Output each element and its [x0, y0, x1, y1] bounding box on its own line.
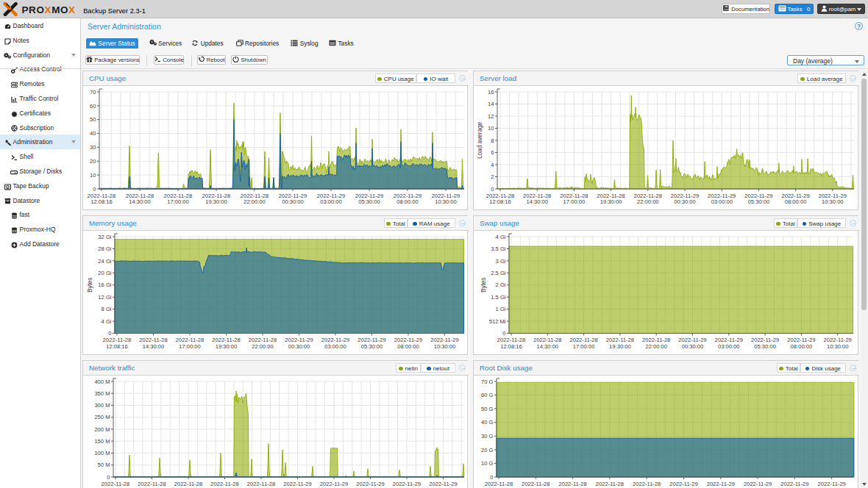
svg-text:0: 0 [491, 186, 494, 193]
svg-text:250 M: 250 M [94, 414, 110, 420]
svg-text:40: 40 [90, 130, 96, 137]
svg-text:Load average: Load average [477, 122, 483, 159]
svg-text:Bytes: Bytes [87, 278, 93, 293]
svg-text:28 Gi: 28 Gi [98, 245, 111, 252]
svg-text:4 Gi: 4 Gi [102, 318, 112, 325]
svg-text:17:00:00: 17:00:00 [573, 343, 595, 350]
svg-text:14:30:00: 14:30:00 [537, 343, 559, 350]
svg-text:03:00:00: 03:00:00 [324, 343, 346, 350]
svg-text:4 Gi: 4 Gi [496, 234, 506, 240]
svg-text:05:30:00: 05:30:00 [358, 198, 380, 205]
svg-text:12:08:16: 12:08:16 [489, 198, 511, 205]
svg-text:08:00:00: 08:00:00 [397, 343, 419, 350]
svg-text:32 Gi: 32 Gi [98, 234, 111, 240]
svg-text:6: 6 [491, 149, 494, 156]
svg-text:30 G: 30 G [481, 433, 494, 439]
svg-text:3 Gi: 3 Gi [496, 258, 506, 265]
svg-text:10:30:00: 10:30:00 [434, 343, 456, 350]
svg-text:14: 14 [488, 101, 494, 107]
svg-text:22:00:00: 22:00:00 [252, 343, 274, 350]
svg-text:12 Gi: 12 Gi [98, 294, 111, 301]
svg-text:16 Gi: 16 Gi [98, 281, 111, 288]
svg-text:05:30:00: 05:30:00 [754, 343, 776, 350]
svg-text:17:00:00: 17:00:00 [179, 343, 201, 350]
svg-text:16: 16 [488, 89, 494, 96]
svg-text:50 M: 50 M [98, 462, 110, 468]
svg-text:22:00:00: 22:00:00 [637, 198, 659, 205]
svg-text:50 G: 50 G [481, 406, 494, 412]
svg-text:17:00:00: 17:00:00 [167, 198, 189, 205]
svg-text:60 G: 60 G [481, 392, 494, 398]
svg-text:300 M: 300 M [94, 402, 110, 409]
svg-text:03:00:00: 03:00:00 [320, 198, 342, 205]
svg-text:08:00:00: 08:00:00 [791, 343, 813, 350]
svg-text:20: 20 [90, 158, 96, 165]
svg-text:19:30:00: 19:30:00 [609, 343, 631, 350]
svg-text:0: 0 [93, 186, 96, 193]
svg-text:24 Gi: 24 Gi [98, 258, 111, 265]
svg-text:17:00:00: 17:00:00 [563, 198, 586, 205]
svg-text:10:30:00: 10:30:00 [435, 198, 457, 205]
svg-text:08:00:00: 08:00:00 [785, 198, 807, 205]
svg-text:2 Gi: 2 Gi [496, 281, 506, 288]
svg-text:10:30:00: 10:30:00 [827, 343, 849, 350]
svg-text:12:08:16: 12:08:16 [106, 343, 128, 350]
svg-text:12:08:16: 12:08:16 [90, 198, 113, 205]
svg-text:40 G: 40 G [481, 419, 494, 426]
svg-text:14:30:00: 14:30:00 [526, 198, 548, 205]
svg-text:60: 60 [90, 103, 96, 110]
svg-text:0: 0 [108, 330, 111, 337]
svg-text:512 Mi: 512 Mi [489, 318, 506, 325]
svg-text:4: 4 [491, 162, 494, 168]
svg-text:0: 0 [490, 474, 493, 481]
svg-text:2.5 Gi: 2.5 Gi [491, 270, 506, 276]
svg-text:150 M: 150 M [94, 438, 110, 445]
svg-text:22:00:00: 22:00:00 [243, 198, 266, 205]
svg-text:14:30:00: 14:30:00 [143, 343, 165, 350]
svg-text:1.5 Gi: 1.5 Gi [491, 294, 506, 301]
svg-text:10 G: 10 G [481, 460, 494, 467]
svg-text:19:30:00: 19:30:00 [216, 343, 238, 350]
svg-text:22:00:00: 22:00:00 [645, 343, 667, 350]
svg-text:03:00:00: 03:00:00 [718, 343, 740, 350]
svg-text:20 Gi: 20 Gi [98, 270, 111, 276]
svg-text:8 Gi: 8 Gi [102, 306, 112, 312]
svg-text:Bytes: Bytes [480, 278, 487, 293]
svg-text:00:30:00: 00:30:00 [674, 198, 696, 205]
svg-text:10: 10 [488, 125, 494, 132]
svg-text:70: 70 [90, 89, 96, 96]
svg-text:8: 8 [491, 137, 494, 144]
svg-text:0: 0 [502, 330, 505, 337]
svg-text:2: 2 [491, 173, 494, 180]
svg-text:05:30:00: 05:30:00 [748, 198, 770, 205]
svg-text:14:30:00: 14:30:00 [129, 198, 151, 205]
svg-text:10: 10 [90, 172, 96, 179]
svg-text:00:30:00: 00:30:00 [682, 343, 704, 350]
svg-text:12:08:16: 12:08:16 [500, 343, 522, 350]
svg-text:30: 30 [90, 144, 96, 151]
svg-text:1 Gi: 1 Gi [496, 306, 506, 312]
svg-text:19:30:00: 19:30:00 [600, 198, 622, 205]
svg-text:00:30:00: 00:30:00 [288, 343, 310, 350]
svg-text:12: 12 [488, 113, 494, 120]
svg-text:19:30:00: 19:30:00 [205, 198, 227, 205]
svg-text:05:30:00: 05:30:00 [361, 343, 383, 350]
svg-text:0: 0 [107, 474, 110, 481]
svg-text:100 M: 100 M [94, 450, 110, 456]
svg-text:400 M: 400 M [94, 378, 110, 385]
svg-text:08:00:00: 08:00:00 [396, 198, 419, 205]
svg-text:10:30:00: 10:30:00 [822, 198, 844, 205]
svg-text:200 M: 200 M [94, 426, 110, 433]
svg-text:03:00:00: 03:00:00 [711, 198, 733, 205]
svg-text:70 G: 70 G [481, 378, 494, 385]
svg-text:50: 50 [90, 116, 96, 123]
svg-text:3.5 Gi: 3.5 Gi [491, 245, 506, 252]
svg-text:20 G: 20 G [481, 447, 494, 453]
svg-text:350 M: 350 M [94, 390, 110, 397]
svg-text:00:30:00: 00:30:00 [282, 198, 304, 205]
